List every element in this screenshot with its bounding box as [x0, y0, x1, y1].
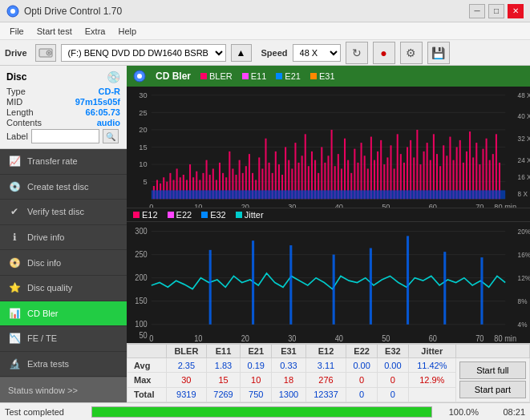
- svg-text:12%: 12%: [518, 274, 530, 283]
- disc-label-search-button[interactable]: 🔍: [103, 129, 119, 143]
- avg-e11: 1.83: [206, 358, 241, 373]
- svg-rect-125: [449, 137, 451, 200]
- svg-rect-115: [416, 130, 418, 199]
- save-button[interactable]: 💾: [427, 42, 450, 64]
- action-buttons-cell: Start full Start part: [455, 358, 529, 402]
- status-window-button[interactable]: Status window >>: [0, 377, 127, 402]
- svg-text:0: 0: [149, 202, 153, 208]
- max-e21: 10: [241, 373, 272, 387]
- sidebar-item-drive-info[interactable]: ℹ Drive info: [0, 225, 127, 251]
- avg-jitter: 11.42%: [408, 358, 455, 373]
- speed-select[interactable]: 48 X: [293, 44, 341, 62]
- maximize-button[interactable]: □: [488, 4, 504, 18]
- legend2-e32-dot: [201, 212, 208, 218]
- legend2-e12-label: E12: [142, 210, 158, 220]
- svg-text:60: 60: [429, 333, 438, 343]
- col-header-e12: E12: [305, 345, 346, 358]
- refresh-button[interactable]: ↻: [346, 42, 368, 64]
- chart2-legend: E12 E22 E32 Jitter: [127, 208, 530, 222]
- sidebar-item-transfer-rate[interactable]: 📈 Transfer rate: [0, 149, 127, 175]
- sidebar: Disc 💿 Type CD-R MID 97m15s05f Length 66…: [0, 66, 127, 402]
- svg-text:20%: 20%: [518, 228, 530, 236]
- drive-icon-btn[interactable]: [35, 44, 56, 62]
- total-jitter: [408, 387, 455, 402]
- svg-text:250: 250: [135, 250, 148, 260]
- sidebar-item-disc-info[interactable]: 📀 Disc info: [0, 250, 127, 276]
- sidebar-item-extra-tests-label: Extra tests: [27, 359, 69, 369]
- legend-e11-label: E11: [251, 71, 267, 81]
- close-button[interactable]: ✕: [508, 4, 524, 18]
- sidebar-item-fe-te[interactable]: 📉 FE / TE: [0, 326, 127, 352]
- avg-label: Avg: [127, 358, 167, 373]
- legend2-e22-dot: [168, 212, 174, 218]
- svg-text:50: 50: [382, 202, 390, 208]
- avg-e12: 3.11: [305, 358, 346, 373]
- chart-header: CD Bler BLER E11 E21 E31: [127, 66, 530, 87]
- disc-label-input[interactable]: [31, 129, 99, 143]
- svg-rect-174: [480, 257, 483, 325]
- col-header-bler: BLER: [167, 345, 207, 358]
- time-display: 08:21: [485, 407, 525, 417]
- disc-contents-value: audio: [97, 118, 120, 127]
- col-header-e11: E11: [206, 345, 241, 358]
- sidebar-item-cd-bler[interactable]: 📊 CD Bler: [0, 301, 127, 327]
- svg-text:40 X: 40 X: [518, 112, 530, 120]
- svg-text:30: 30: [139, 91, 147, 99]
- disc-mid-label: MID: [6, 97, 22, 107]
- sidebar-item-verify-test-disc[interactable]: ✔ Verify test disc: [0, 200, 127, 225]
- disc-icon[interactable]: 💿: [107, 71, 120, 83]
- disc-label-label: Label: [6, 131, 28, 141]
- svg-text:20: 20: [139, 125, 147, 134]
- legend2-jitter: Jitter: [236, 210, 264, 220]
- sidebar-item-disc-quality[interactable]: ⭐ Disc quality: [0, 276, 127, 301]
- svg-rect-109: [397, 134, 399, 199]
- svg-rect-172: [407, 236, 409, 324]
- chart1-area: 30 25 20 15 10 5 0 10 20 30 40 50 60 70 …: [127, 87, 530, 208]
- legend-e11: E11: [242, 71, 267, 81]
- legend-e31-label: E31: [319, 71, 335, 81]
- chart-title: CD Bler: [156, 71, 191, 82]
- col-header-e31: E31: [272, 345, 306, 358]
- total-e32: 0: [378, 387, 409, 402]
- fe-te-icon: 📉: [8, 332, 21, 345]
- svg-text:20: 20: [241, 333, 250, 343]
- extra-tests-icon: 🔬: [8, 357, 21, 370]
- svg-text:25: 25: [139, 107, 147, 116]
- progress-pct: 100.0%: [439, 407, 479, 417]
- svg-rect-170: [333, 255, 335, 325]
- svg-text:70: 70: [475, 333, 484, 343]
- menu-file[interactable]: File: [3, 25, 30, 38]
- svg-rect-69: [265, 139, 266, 199]
- total-e12: 12337: [305, 387, 346, 402]
- legend-bler: BLER: [200, 71, 233, 81]
- sidebar-item-create-test-disc[interactable]: 💿 Create test disc: [0, 175, 127, 200]
- progress-container: [91, 406, 432, 418]
- svg-text:10: 10: [139, 160, 147, 168]
- drive-label: Drive: [5, 48, 27, 58]
- svg-point-1: [10, 9, 15, 14]
- menu-extra[interactable]: Extra: [79, 25, 112, 38]
- stats-area: BLER E11 E21 E31 E12 E22 E32 Jitter Avg: [127, 343, 530, 402]
- menu-start-test[interactable]: Start test: [30, 25, 79, 38]
- legend-e11-dot: [242, 73, 249, 79]
- settings-button[interactable]: ⚙: [400, 42, 423, 64]
- minimize-button[interactable]: ─: [469, 4, 485, 18]
- max-bler: 30: [167, 373, 207, 387]
- svg-text:80 min: 80 min: [494, 202, 516, 208]
- eject-button[interactable]: ▲: [231, 44, 252, 62]
- legend-e21: E21: [276, 71, 301, 81]
- total-e21: 750: [241, 387, 272, 402]
- drive-bar: Drive (F:) BENQ DVD DD DW1640 BSRB ▲ Spe…: [0, 40, 530, 66]
- start-full-button[interactable]: Start full: [459, 361, 526, 379]
- main-layout: Disc 💿 Type CD-R MID 97m15s05f Length 66…: [0, 66, 530, 402]
- max-e22: 0: [346, 373, 378, 387]
- disc-type-label: Type: [6, 87, 26, 96]
- drive-select[interactable]: (F:) BENQ DVD DD DW1640 BSRB: [61, 44, 226, 62]
- sidebar-item-extra-tests[interactable]: 🔬 Extra tests: [0, 352, 127, 378]
- record-button[interactable]: ●: [373, 42, 395, 64]
- start-part-button[interactable]: Start part: [459, 381, 526, 398]
- svg-rect-101: [370, 137, 372, 200]
- menu-help[interactable]: Help: [111, 25, 143, 38]
- max-e11: 15: [206, 373, 241, 387]
- svg-rect-93: [344, 139, 346, 199]
